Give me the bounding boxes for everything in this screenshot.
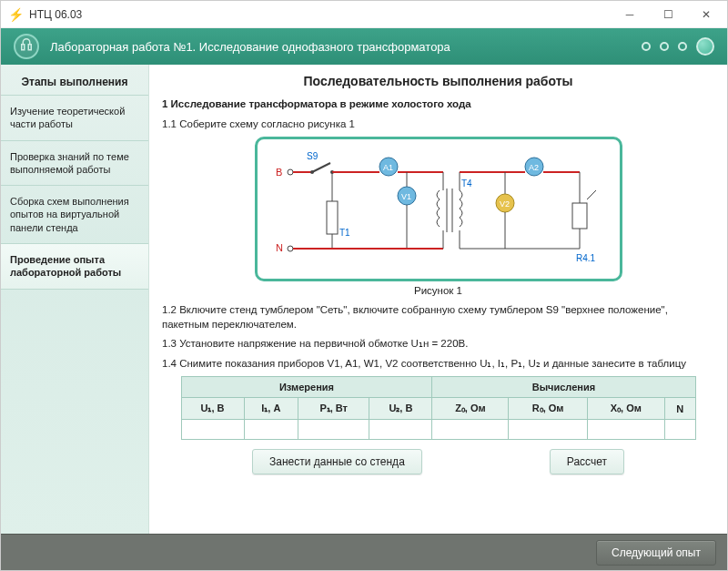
svg-rect-0 — [22, 45, 25, 50]
svg-text:V2: V2 — [500, 199, 510, 209]
close-button[interactable]: ✕ — [687, 2, 725, 27]
progress-dot-2 — [660, 42, 669, 51]
cell-u1[interactable] — [181, 420, 244, 440]
cell-n[interactable] — [664, 420, 695, 440]
table-header-calculations: Вычисления — [432, 377, 695, 398]
col-x0: X₀, Ом — [587, 398, 664, 420]
cell-p1[interactable] — [298, 420, 369, 440]
progress-dots — [642, 37, 714, 56]
window-title: НТЦ 06.03 — [29, 8, 82, 21]
step-1-1: 1.1 Соберите схему согласно рисунка 1 — [162, 117, 714, 132]
main-content: Последовательность выполнения работы 1 И… — [149, 65, 727, 534]
cell-i1[interactable] — [244, 420, 298, 440]
svg-rect-20 — [327, 201, 338, 234]
svg-text:R4.1: R4.1 — [576, 253, 596, 263]
svg-text:A1: A1 — [383, 163, 393, 172]
header-badge-icon — [14, 34, 39, 59]
svg-point-8 — [310, 170, 314, 174]
svg-rect-42 — [572, 203, 587, 229]
progress-dot-4 — [696, 37, 714, 56]
svg-text:V1: V1 — [401, 192, 411, 201]
sidebar-item-label: Изучение теоретической части работы — [10, 106, 125, 129]
app-icon: ⚡ — [8, 7, 24, 22]
sidebar-item-label: Проведение опыта лабораторной работы — [10, 254, 121, 278]
load-data-button[interactable]: Занести данные со стенда — [252, 449, 422, 474]
svg-text:N: N — [276, 242, 283, 253]
titlebar: ⚡ НТЦ 06.03 ─ ☐ ✕ — [1, 1, 727, 28]
table-header-measurements: Измерения — [181, 377, 432, 398]
sidebar-title: Этапы выполнения — [1, 65, 148, 96]
sidebar-item-theory[interactable]: Изучение теоретической части работы — [1, 95, 148, 141]
col-z0: Z₀, Ом — [432, 398, 509, 420]
col-i1: I₁, А — [244, 398, 298, 420]
cell-u2[interactable] — [369, 420, 432, 440]
svg-text:T1: T1 — [339, 228, 350, 238]
circuit-figure: B N S9 A1 — [255, 137, 622, 281]
cell-r0[interactable] — [509, 420, 587, 440]
progress-dot-3 — [678, 42, 687, 51]
step-1-4: 1.4 Снимите показания приборов V1, A1, W… — [162, 357, 714, 372]
sidebar-item-assembly[interactable]: Сборка схем выполнения опытов на виртуал… — [1, 185, 148, 244]
data-table: Измерения Вычисления U₁, В I₁, А P₁, Вт … — [181, 376, 696, 440]
sidebar-item-label: Сборка схем выполнения опытов на виртуал… — [10, 196, 129, 233]
lab-title: Лабораторная работа №1. Исследование одн… — [50, 40, 450, 54]
col-r0: R₀, Ом — [509, 398, 587, 420]
figure-caption: Рисунок 1 — [162, 285, 714, 296]
col-u2: U₂, В — [369, 398, 432, 420]
progress-dot-1 — [642, 42, 651, 51]
svg-text:B: B — [276, 167, 282, 178]
step-1-2: 1.2 Включите стенд тумблером "Сеть", вкл… — [162, 303, 714, 331]
calculate-button[interactable]: Рассчет — [550, 449, 624, 474]
svg-line-44 — [587, 190, 596, 199]
col-p1: P₁, Вт — [298, 398, 369, 420]
next-experiment-button[interactable]: Следующий опыт — [596, 540, 716, 566]
circuit-diagram: B N S9 A1 — [270, 148, 607, 267]
svg-point-5 — [288, 246, 293, 251]
section-heading: 1 Исследование трансформатора в режиме х… — [162, 97, 714, 112]
page-title: Последовательность выполнения работы — [162, 74, 714, 88]
table-row — [181, 420, 695, 440]
sidebar-item-label: Проверка знаний по теме выполняемой рабо… — [10, 151, 129, 175]
col-n: N — [664, 398, 695, 420]
col-u1: U₁, В — [181, 398, 244, 420]
sidebar: Этапы выполнения Изучение теоретической … — [1, 65, 149, 534]
sidebar-item-experiment[interactable]: Проведение опыта лабораторной работы — [1, 243, 148, 290]
cell-z0[interactable] — [432, 420, 509, 440]
step-1-3: 1.3 Установите напряжение на первичной о… — [162, 337, 714, 352]
sidebar-item-quiz[interactable]: Проверка знаний по теме выполняемой рабо… — [1, 140, 148, 187]
svg-text:T4: T4 — [461, 178, 472, 189]
footer: Следующий опыт — [1, 534, 727, 570]
app-header: Лабораторная работа №1. Исследование одн… — [1, 28, 727, 65]
maximize-button[interactable]: ☐ — [649, 2, 687, 27]
svg-point-4 — [288, 169, 293, 175]
svg-text:A2: A2 — [529, 163, 539, 172]
svg-text:S9: S9 — [307, 151, 318, 161]
minimize-button[interactable]: ─ — [611, 2, 649, 27]
svg-rect-1 — [28, 45, 31, 50]
cell-x0[interactable] — [587, 420, 664, 440]
svg-line-7 — [312, 163, 330, 172]
